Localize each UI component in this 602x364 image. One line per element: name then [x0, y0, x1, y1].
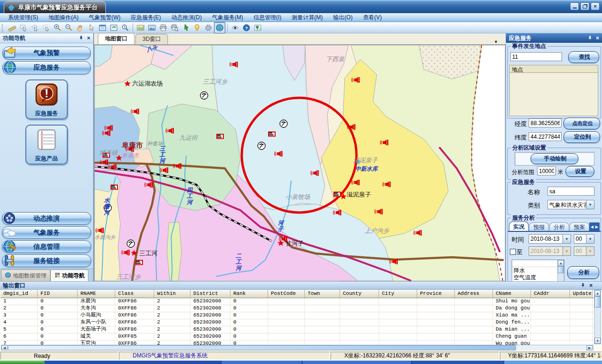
column-header-County[interactable]: County — [340, 290, 379, 298]
menu-item[interactable]: 应急服务(E) — [126, 13, 166, 22]
close-icon[interactable]: × — [596, 35, 599, 41]
table-row[interactable]: 30小马厩沟0XFF8626523020000Xiao ma ... — [0, 312, 594, 319]
column-header-Address[interactable]: Address — [455, 290, 493, 298]
column-header-City[interactable]: City — [379, 290, 417, 298]
help-icon[interactable]: ? — [241, 22, 252, 33]
scroll-right-icon[interactable]: ▶ — [595, 225, 598, 229]
scroll-up-icon[interactable]: ▲ — [594, 290, 601, 296]
restore-button[interactable] — [580, 2, 589, 10]
latitude-input[interactable] — [529, 132, 562, 141]
edit-arrow-icon[interactable] — [180, 22, 191, 33]
analyze-button[interactable]: 分析 — [567, 266, 599, 279]
print-icon[interactable] — [158, 22, 169, 33]
sidebar-group-气象预警[interactable]: 气象预警 — [2, 47, 91, 60]
scroll-down-icon[interactable]: ▼ — [594, 338, 601, 344]
column-header-Class[interactable]: Class — [115, 290, 154, 298]
sidebar-group-信息管理[interactable]: 信息管理 — [2, 240, 91, 253]
settings-icon[interactable] — [203, 22, 214, 33]
pan-icon[interactable] — [74, 22, 86, 33]
menu-item[interactable]: 地图操作(A) — [43, 13, 84, 22]
scroll-right-icon[interactable]: ▶ — [586, 345, 593, 350]
scroll-left-icon[interactable]: ◀ — [1, 345, 8, 350]
scroll-up-icon[interactable]: ▲ — [558, 260, 564, 266]
globe-network-icon[interactable] — [214, 22, 225, 33]
scene-icon[interactable] — [252, 22, 263, 33]
taskbar-tray[interactable] — [504, 361, 602, 364]
visibility-icon[interactable] — [230, 22, 241, 33]
measure-icon[interactable] — [7, 22, 18, 33]
menu-item[interactable]: 查看(V) — [358, 13, 387, 22]
sidebar-group-服务链接[interactable]: 服务链接 — [2, 254, 91, 267]
taskbar-item[interactable] — [221, 361, 301, 364]
column-header-CName[interactable]: CName — [493, 290, 531, 298]
map-window-dropdown-icon[interactable]: ▼ — [494, 40, 498, 44]
output-vertical-scrollbar[interactable]: ▲ ▼ — [594, 290, 601, 344]
zoom-in-icon[interactable] — [52, 22, 63, 33]
click-locate-button[interactable]: 点击定位 — [563, 118, 600, 129]
table-row[interactable]: 20大冬沟0XFF8626523020000Da dong gou — [0, 305, 594, 312]
location-list[interactable] — [509, 73, 598, 116]
column-header-FID[interactable]: FID — [38, 290, 78, 298]
column-header-Town[interactable]: Town — [305, 290, 340, 298]
date-select[interactable]: 2010-08-13 ▼ — [529, 234, 571, 244]
export-image-icon[interactable] — [146, 22, 158, 33]
map-tab-3D窗口[interactable]: 3D窗口 — [135, 34, 168, 44]
pin-icon[interactable] — [79, 36, 84, 41]
zoom-out-icon[interactable] — [63, 22, 74, 33]
range-input[interactable] — [537, 166, 556, 175]
analysis-tab-预案[interactable]: 预案 — [570, 222, 589, 232]
menu-item[interactable]: 信息管理(I) — [248, 13, 286, 22]
panel-tab-功能导航[interactable]: 功能导航 — [50, 269, 88, 281]
select-clear-icon[interactable] — [40, 22, 52, 33]
column-header-CAddr[interactable]: CAddr — [531, 290, 570, 298]
sidebar-group-气象服务[interactable]: 气象服务 — [2, 226, 91, 239]
analysis-tab-实况[interactable]: 实况 — [509, 222, 529, 232]
column-header-dmgis_id[interactable]: dmgis_id — [0, 290, 38, 298]
menu-item[interactable]: 气象预警(W) — [84, 13, 126, 22]
chevron-down-icon[interactable]: ▼ — [562, 235, 570, 243]
column-header-Rank[interactable]: Rank — [230, 290, 268, 298]
locate-to-button[interactable]: 定位到 — [563, 131, 600, 143]
taskbar-item[interactable] — [412, 361, 504, 364]
menu-item[interactable]: 系统管理(S) — [3, 13, 43, 22]
listbox-scrollbar[interactable]: ▲ — [557, 260, 564, 282]
analysis-tab-预报[interactable]: 预报 — [529, 222, 549, 232]
map-tab-地图窗口[interactable]: 地图窗口 — [98, 33, 135, 44]
to-checkbox[interactable] — [510, 249, 516, 255]
column-header-RNAME[interactable]: RNAME — [78, 290, 115, 298]
close-icon[interactable]: × — [589, 282, 593, 289]
taskbar-item[interactable] — [302, 361, 411, 364]
select-arrow-icon[interactable] — [86, 22, 97, 33]
pin-icon[interactable] — [587, 36, 593, 41]
shortcut-应急产品[interactable]: 应急产品 — [25, 125, 68, 165]
select-polygon-icon[interactable] — [29, 22, 40, 33]
element-listbox[interactable]: 降水空气温度 ▲ — [512, 260, 564, 282]
service-name-input[interactable] — [547, 187, 594, 196]
longitude-input[interactable] — [529, 119, 562, 127]
table-row[interactable]: 10水磨沟0XFF8626523020000Shui mo gou — [0, 298, 594, 305]
table-row[interactable]: 40东风一小队0XFF8626523020000Dong fen... — [0, 319, 594, 326]
place-pin-icon[interactable] — [191, 22, 203, 33]
export-map-icon[interactable] — [135, 22, 146, 33]
minimize-button[interactable] — [570, 2, 579, 10]
find-button[interactable]: 查找 — [568, 51, 599, 63]
close-button[interactable]: × — [591, 2, 600, 10]
os-taskbar[interactable] — [0, 361, 602, 364]
sidebar-group-动态推演[interactable]: 动态推演 — [2, 212, 91, 225]
column-header-Provice[interactable]: Provice — [417, 290, 455, 298]
column-header-Update[interactable]: Update — [570, 290, 593, 298]
hour-to-select[interactable]: 00 ▼ — [574, 246, 594, 256]
date-to-select[interactable]: 2010-08-13 ▼ — [529, 246, 571, 256]
print-preview-icon[interactable] — [169, 22, 180, 33]
shortcut-应急服务[interactable]: !应急服务 — [25, 79, 68, 119]
menu-item[interactable]: 输出(O) — [328, 13, 357, 22]
toolbar-grip[interactable] — [2, 24, 5, 32]
analysis-tab-分析[interactable]: 分析 — [549, 222, 569, 232]
chevron-down-icon[interactable]: ▼ — [586, 235, 594, 243]
menu-item[interactable]: 气象服务(M) — [207, 13, 248, 22]
set-range-button[interactable]: 设置 — [565, 166, 594, 177]
location-search-input[interactable] — [510, 52, 562, 61]
map-canvas[interactable]: 八斗六运湖农场三工河乡下西泉九运街阜康市城关镇阜康市种蓄场滋泥泉子中新水库小泉牧… — [94, 45, 506, 282]
table-row[interactable]: 60城关0XFF8526523020000Cheng guan — [0, 333, 594, 340]
column-header-Within[interactable]: Within — [154, 290, 190, 298]
